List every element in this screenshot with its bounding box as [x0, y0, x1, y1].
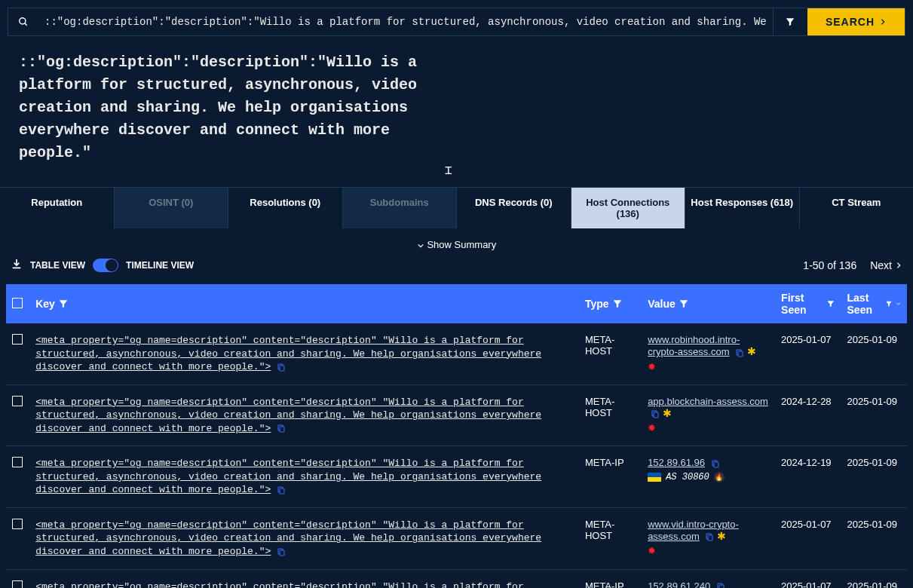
- type-cell: META-HOST: [579, 384, 642, 446]
- last-seen: 2025-01-09: [841, 446, 907, 508]
- show-summary-toggle[interactable]: Show Summary: [0, 234, 913, 255]
- first-seen: 2024-12-19: [775, 446, 841, 508]
- page-info: 1-50 of 136: [803, 259, 856, 271]
- search-icon: [8, 8, 38, 35]
- key-link[interactable]: <meta property="og name=description" con…: [35, 581, 541, 588]
- copy-icon[interactable]: [711, 458, 720, 469]
- svg-rect-4: [280, 427, 284, 432]
- row-checkbox[interactable]: [12, 519, 23, 529]
- key-link[interactable]: <meta property="og name=description" con…: [35, 519, 541, 557]
- view-toggle[interactable]: [93, 259, 118, 272]
- copy-icon[interactable]: [716, 581, 725, 588]
- download-icon[interactable]: [11, 258, 23, 272]
- timeline-view-label: TIMELINE VIEW: [126, 260, 194, 271]
- first-seen: 2024-12-28: [775, 384, 841, 446]
- copy-icon[interactable]: [277, 485, 286, 495]
- last-seen: 2025-01-09: [841, 384, 907, 446]
- svg-rect-11: [719, 585, 724, 588]
- filter-icon[interactable]: [58, 299, 69, 309]
- results-table: Key Type Value First Seen Last Seen <met…: [6, 284, 907, 588]
- key-link[interactable]: <meta property="og name=description" con…: [35, 335, 541, 372]
- first-seen: 2025-01-07: [775, 507, 841, 569]
- row-checkbox[interactable]: [12, 457, 23, 467]
- filter-icon[interactable]: [679, 299, 689, 309]
- table-row: <meta property="og name=description" con…: [6, 507, 907, 569]
- type-cell: META-IP: [579, 569, 642, 588]
- star-icon: ✱: [663, 407, 672, 419]
- next-label: Next: [870, 259, 892, 271]
- key-link[interactable]: <meta property="og name=description" con…: [35, 397, 541, 434]
- virus-icon: ✹: [648, 545, 656, 556]
- tab-osint-0-[interactable]: OSINT (0): [115, 188, 229, 228]
- row-checkbox[interactable]: [12, 334, 23, 345]
- svg-rect-7: [714, 462, 718, 467]
- table-row: <meta property="og name=description" con…: [6, 384, 907, 446]
- tab-reputation[interactable]: Reputation: [0, 188, 115, 228]
- as-label: AS 30860: [666, 472, 709, 482]
- star-icon: ✱: [747, 345, 756, 357]
- svg-rect-6: [280, 488, 284, 494]
- type-cell: META-HOST: [579, 507, 642, 569]
- row-checkbox[interactable]: [12, 580, 23, 588]
- virus-icon: ✹: [648, 361, 656, 372]
- last-seen: 2025-01-09: [841, 323, 907, 384]
- value-link[interactable]: 152.89.61.240: [648, 580, 710, 588]
- table-row: <meta property="og name=description" con…: [6, 569, 907, 588]
- svg-point-0: [20, 18, 26, 24]
- tab-subdomains[interactable]: Subdomains: [343, 188, 458, 228]
- value-link[interactable]: app.blockchain-assess.com: [648, 396, 768, 407]
- tab-dns-records-0-[interactable]: DNS Records (0): [457, 188, 571, 228]
- svg-rect-2: [280, 366, 284, 371]
- sort-desc-icon[interactable]: [896, 300, 901, 308]
- next-page-button[interactable]: Next: [870, 259, 902, 271]
- fire-icon: 🔥: [714, 472, 725, 482]
- tab-resolutions-0-[interactable]: Resolutions (0): [228, 188, 343, 228]
- svg-rect-9: [708, 535, 712, 541]
- search-input[interactable]: [38, 8, 773, 35]
- key-link[interactable]: <meta property="og name=description" con…: [35, 458, 541, 495]
- value-link[interactable]: 152.89.61.96: [648, 457, 705, 468]
- search-button[interactable]: SEARCH: [807, 8, 905, 35]
- last-seen: 2025-01-09: [841, 569, 907, 588]
- svg-line-1: [25, 23, 27, 26]
- copy-icon[interactable]: [277, 423, 286, 433]
- first-seen: 2025-01-07: [775, 569, 841, 588]
- svg-rect-3: [738, 351, 743, 357]
- copy-icon[interactable]: [277, 362, 286, 372]
- svg-rect-5: [654, 412, 658, 418]
- show-summary-label: Show Summary: [427, 239, 496, 250]
- col-key[interactable]: Key: [35, 298, 55, 310]
- filter-button[interactable]: [773, 8, 807, 35]
- select-all-checkbox[interactable]: [12, 298, 23, 308]
- table-row: <meta property="og name=description" con…: [6, 446, 907, 508]
- first-seen: 2025-01-07: [775, 323, 841, 384]
- filter-icon[interactable]: [826, 299, 835, 309]
- col-type[interactable]: Type: [585, 298, 609, 310]
- search-button-label: SEARCH: [826, 16, 875, 28]
- value-link[interactable]: www.robinhood.intro-crypto-assess.com: [648, 334, 740, 357]
- copy-icon[interactable]: [705, 531, 714, 542]
- col-value[interactable]: Value: [648, 298, 676, 310]
- copy-icon[interactable]: [651, 409, 660, 419]
- copy-icon[interactable]: [277, 547, 286, 557]
- tab-host-connections-136-[interactable]: Host Connections (136): [571, 188, 686, 228]
- flag-ua-icon: [648, 473, 661, 482]
- type-cell: META-IP: [579, 446, 642, 508]
- filter-icon[interactable]: [612, 299, 623, 309]
- table-view-label: TABLE VIEW: [30, 260, 85, 271]
- tab-ct-stream[interactable]: CT Stream: [800, 188, 914, 228]
- col-first-seen[interactable]: First Seen: [781, 292, 823, 316]
- type-cell: META-HOST: [579, 323, 642, 384]
- col-last-seen[interactable]: Last Seen: [847, 292, 883, 316]
- query-display: ::"og:description":"description":"Willo …: [19, 51, 441, 164]
- copy-icon[interactable]: [735, 348, 744, 358]
- last-seen: 2025-01-09: [841, 507, 907, 569]
- svg-rect-8: [280, 550, 284, 556]
- search-bar: SEARCH: [8, 8, 905, 36]
- filter-icon[interactable]: [885, 299, 893, 309]
- star-icon: ✱: [717, 530, 726, 542]
- table-row: <meta property="og name=description" con…: [6, 323, 907, 384]
- row-checkbox[interactable]: [12, 396, 23, 406]
- tab-host-responses-618-[interactable]: Host Responses (618): [685, 188, 800, 228]
- tabs: ReputationOSINT (0)Resolutions (0)Subdom…: [0, 187, 913, 228]
